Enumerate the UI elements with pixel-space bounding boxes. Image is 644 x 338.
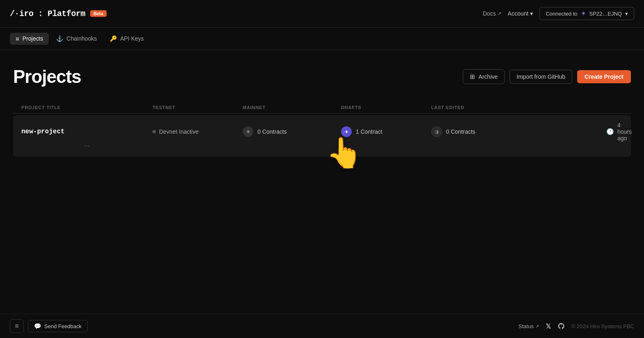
devnet-status: Devnet Inactive: [152, 128, 243, 135]
logo-area: /·iro : Platform Beta: [10, 9, 107, 18]
connected-label: Connected to: [546, 11, 577, 17]
footer-menu-button[interactable]: ≡: [10, 319, 24, 333]
tab-chainhooks-label: Chainhooks: [66, 35, 97, 42]
twitter-link[interactable]: 𝕏: [546, 322, 551, 330]
feedback-icon: 💬: [34, 323, 41, 329]
tab-api-keys-label: API Keys: [120, 35, 144, 42]
tab-projects-label: Projects: [23, 35, 43, 42]
more-options-button[interactable]: ···: [21, 142, 152, 150]
col-last-edited: LAST EDITED: [431, 105, 606, 110]
header-actions: ⊞ Archive Import from GitHub Create Proj…: [463, 69, 631, 84]
table-header: PROJECT TITLE TESTNET MAINNET DRAFTS LAS…: [13, 102, 631, 114]
top-nav: /·iro : Platform Beta Docs ↗ Account ▾ C…: [0, 0, 644, 27]
page-header: Projects ⊞ Archive Import from GitHub Cr…: [13, 66, 631, 87]
drafts-contracts: ◑ 0 Contracts: [431, 126, 606, 137]
account-dropdown[interactable]: Account ▾: [508, 10, 533, 17]
stacks-icon: ✶: [581, 10, 586, 17]
key-icon: 🔑: [110, 35, 117, 42]
top-nav-right: Docs ↗ Account ▾ Connected to ✶ SP22…EJN…: [483, 7, 634, 20]
feedback-label: Send Feedback: [44, 323, 82, 329]
chevron-down-icon: ▾: [625, 11, 628, 17]
main-content: Projects ⊞ Archive Import from GitHub Cr…: [0, 50, 644, 157]
menu-icon: ≡: [15, 322, 18, 330]
hook-icon: ⚓: [56, 35, 63, 42]
import-github-button[interactable]: Import from GitHub: [510, 70, 572, 84]
col-actions: [606, 105, 623, 110]
status-link[interactable]: Status ↗: [519, 323, 539, 329]
col-drafts: DRAFTS: [341, 105, 431, 110]
devnet-status-label: Devnet Inactive: [159, 128, 199, 135]
clock-icon: 🕐: [606, 128, 614, 135]
github-link[interactable]: [558, 322, 565, 330]
twitter-icon: 𝕏: [546, 322, 551, 330]
copyright: © 2024 Hiro Systems PBC: [571, 323, 634, 329]
tab-projects[interactable]: ≡ Projects: [10, 33, 49, 45]
col-project-title: PROJECT TITLE: [21, 105, 152, 110]
mainnet-contracts[interactable]: ✶ 1 Contract: [341, 126, 431, 137]
col-mainnet: MAINNET: [243, 105, 341, 110]
last-edited: 🕐 4 hours ago: [606, 122, 623, 142]
external-link-icon: ↗: [498, 11, 501, 16]
account-label: Account: [508, 10, 529, 17]
table-row[interactable]: new-project Devnet Inactive ✶ 0 Contract…: [13, 115, 631, 157]
last-edited-label: 4 hours ago: [617, 122, 632, 142]
status-dot-icon: [152, 130, 156, 133]
send-feedback-button[interactable]: 💬 Send Feedback: [28, 320, 88, 332]
mainnet-contracts-label: 1 Contract: [356, 128, 382, 135]
docs-link[interactable]: Docs ↗: [483, 10, 501, 17]
secondary-nav: ≡ Projects ⚓ Chainhooks 🔑 API Keys: [0, 27, 644, 50]
testnet-contracts: ✶ 0 Contracts: [243, 126, 341, 137]
drafts-contracts-label: 0 Contracts: [446, 128, 476, 135]
tab-chainhooks[interactable]: ⚓ Chainhooks: [50, 33, 102, 44]
page-title: Projects: [13, 66, 81, 87]
docs-label: Docs: [483, 10, 496, 17]
list-icon: ≡: [16, 35, 19, 42]
import-label: Import from GitHub: [517, 73, 565, 80]
wallet-address: SP22…EJNQ: [589, 11, 622, 17]
app-logo: /·iro : Platform: [10, 9, 85, 18]
testnet-contracts-label: 0 Contracts: [257, 128, 287, 135]
status-external-icon: ↗: [535, 324, 539, 329]
create-label: Create Project: [585, 73, 624, 80]
create-project-button[interactable]: Create Project: [577, 70, 631, 83]
wallet-connection[interactable]: Connected to ✶ SP22…EJNQ ▾: [539, 7, 634, 20]
tab-api-keys[interactable]: 🔑 API Keys: [104, 33, 150, 44]
chevron-down-icon: ▾: [530, 10, 533, 17]
beta-badge: Beta: [90, 10, 107, 17]
archive-icon: ⊞: [470, 73, 475, 80]
project-name: new-project: [21, 128, 152, 135]
footer: ≡ 💬 Send Feedback Status ↗ 𝕏 © 2024 Hiro…: [0, 314, 644, 338]
testnet-stacks-icon: ✶: [243, 126, 253, 137]
archive-label: Archive: [478, 73, 498, 80]
mainnet-stacks-icon: ✶: [341, 126, 352, 137]
col-testnet: TESTNET: [152, 105, 243, 110]
archive-button[interactable]: ⊞ Archive: [463, 69, 505, 84]
drafts-icon: ◑: [431, 126, 442, 137]
footer-left: ≡ 💬 Send Feedback: [10, 319, 88, 333]
github-icon: [558, 322, 565, 330]
footer-right: Status ↗ 𝕏 © 2024 Hiro Systems PBC: [519, 322, 634, 330]
status-label: Status: [519, 323, 534, 329]
